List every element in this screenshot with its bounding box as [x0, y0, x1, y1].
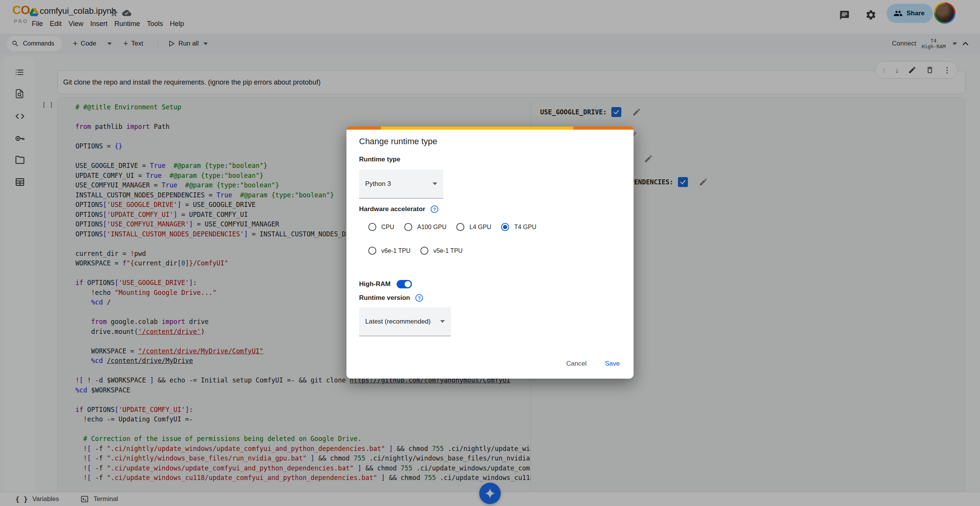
runtime-version-text: Runtime version — [359, 294, 410, 302]
chevron-down-icon — [440, 320, 445, 323]
runtime-type-select[interactable]: Python 3 — [359, 169, 443, 198]
runtime-type-label: Runtime type — [359, 156, 400, 163]
cancel-button[interactable]: Cancel — [566, 360, 586, 368]
help-icon[interactable]: ? — [431, 205, 438, 213]
radio-icon[interactable] — [420, 247, 428, 255]
accelerator-radio-row-1: CPUA100 GPUL4 GPUT4 GPU — [368, 223, 536, 231]
change-runtime-dialog: Change runtime type Runtime type Python … — [346, 127, 634, 379]
save-button[interactable]: Save — [605, 360, 620, 368]
radio-option-a100-gpu[interactable]: A100 GPU — [404, 223, 446, 231]
progress-bar — [346, 127, 634, 130]
radio-option-cpu[interactable]: CPU — [368, 223, 394, 231]
hardware-accelerator-label: Hardware accelerator ? — [359, 205, 438, 213]
radio-label: L4 GPU — [469, 224, 491, 231]
runtime-type-value: Python 3 — [365, 180, 431, 188]
radio-option-v5e-1-tpu[interactable]: v5e-1 TPU — [420, 247, 462, 255]
radio-option-t4-gpu[interactable]: T4 GPU — [501, 223, 536, 231]
radio-option-v6e-1-tpu[interactable]: v6e-1 TPU — [368, 247, 410, 255]
runtime-version-select[interactable]: Latest (recommended) — [359, 307, 451, 336]
high-ram-toggle[interactable] — [397, 280, 412, 288]
radio-icon[interactable] — [404, 223, 412, 231]
radio-label: T4 GPU — [514, 224, 536, 231]
radio-label: v5e-1 TPU — [433, 247, 462, 254]
radio-icon[interactable] — [368, 247, 376, 255]
radio-label: A100 GPU — [417, 224, 446, 231]
chevron-down-icon — [433, 182, 437, 185]
high-ram-label: High-RAM — [359, 280, 390, 288]
radio-icon[interactable] — [501, 223, 509, 231]
dialog-title: Change runtime type — [359, 137, 437, 146]
runtime-version-value: Latest (recommended) — [365, 318, 439, 325]
radio-label: v6e-1 TPU — [381, 247, 410, 254]
radio-icon[interactable] — [368, 223, 376, 231]
accelerator-radio-row-2: v6e-1 TPUv5e-1 TPU — [368, 247, 462, 255]
radio-label: CPU — [381, 224, 394, 231]
runtime-version-label: Runtime version ? — [359, 294, 423, 302]
high-ram-row: High-RAM — [359, 277, 412, 292]
dialog-actions: Cancel Save — [566, 356, 620, 371]
help-icon[interactable]: ? — [415, 294, 423, 302]
radio-icon[interactable] — [456, 223, 464, 231]
radio-option-l4-gpu[interactable]: L4 GPU — [456, 223, 491, 231]
colab-window: CO PRO comfyui_colab.ipynb FileEditViewI… — [0, 0, 980, 506]
hardware-accelerator-text: Hardware accelerator — [359, 205, 425, 213]
